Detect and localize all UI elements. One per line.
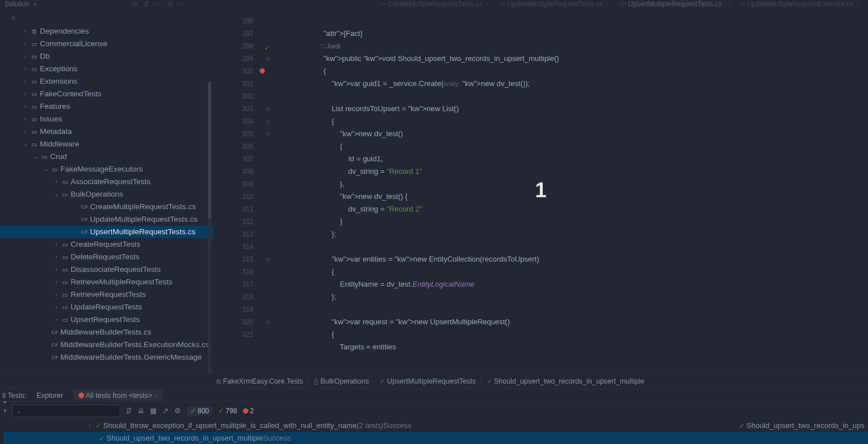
gear-icon[interactable]: ⚙ (167, 0, 174, 8)
chevron-icon[interactable]: › (52, 276, 60, 288)
tree-item[interactable]: ›▭Metadata (0, 125, 214, 138)
chevron-down-icon[interactable]: ▾ (34, 1, 36, 7)
settings-icon[interactable]: ⚙ (174, 406, 181, 415)
tree-item[interactable]: C#UpsertMultipleRequestTests.cs (0, 226, 214, 238)
tree-item[interactable]: C#MiddlewareBuilderTests.cs (0, 326, 214, 339)
breadcrumb-item[interactable]: ⧉ FakeXrmEasy.Core.Tests (216, 377, 303, 385)
editor-tab[interactable]: C#CreateMultipleRequestTests.cs× (376, 0, 493, 8)
test-search-input[interactable] (12, 405, 120, 417)
chevron-icon[interactable]: › (52, 263, 60, 276)
tree-item[interactable]: ›▭Issues (0, 113, 214, 125)
tree-item[interactable]: ›▭Extensions (0, 75, 214, 88)
test-row[interactable]: ✓Should_upsert_two_records_in_upsert_mul… (3, 432, 868, 444)
fold-marker[interactable] (265, 153, 272, 165)
code-line[interactable]: List recordsToUpsert = "kw">new List() (307, 103, 868, 115)
fold-marker[interactable]: ⊟ (265, 316, 272, 328)
fold-marker[interactable] (265, 27, 272, 40)
tree-item[interactable]: ›▭DeleteRequestTests (0, 251, 214, 263)
code-line[interactable]: }; (307, 228, 868, 241)
more-icon[interactable]: ⋯ (155, 0, 162, 8)
collapse-icon[interactable]: ⇵ (144, 0, 149, 8)
code-line[interactable]: { (307, 65, 868, 78)
fold-marker[interactable]: ⊟ (265, 128, 272, 140)
fold-marker[interactable] (265, 78, 272, 90)
dropdown-icon[interactable]: ▾ (3, 408, 6, 414)
breadcrumb-item[interactable]: {} BulkOperations (314, 377, 369, 385)
chevron-icon[interactable]: › (22, 125, 30, 138)
solution-tree[interactable]: ›⧉Dependencies›▭CommercialLicense›▭Db›▭E… (0, 25, 214, 364)
code-line[interactable]: Targets = entities (307, 341, 868, 353)
test-row[interactable]: ›✓Should_throw_exception_if_upsert_multi… (3, 419, 868, 432)
code-line[interactable]: Id = guid1, (307, 153, 868, 165)
code-line[interactable] (307, 241, 868, 253)
tests-failed-badge[interactable]: ⬢2 (243, 407, 254, 415)
expand-icon[interactable]: ⇵ (126, 406, 132, 415)
chevron-icon[interactable]: › (22, 63, 30, 75)
code-line[interactable]: { (307, 266, 868, 278)
fold-marker[interactable] (265, 178, 272, 190)
code-line[interactable] (307, 303, 868, 316)
fold-marker[interactable]: ⊟ (265, 52, 272, 65)
breakpoint-dot-icon[interactable] (260, 68, 265, 74)
fold-marker[interactable] (265, 203, 272, 215)
tab-explorer[interactable]: Explorer (32, 390, 68, 401)
chevron-icon[interactable]: ⌄ (52, 188, 60, 201)
chevron-icon[interactable]: › (52, 176, 60, 188)
code-editor[interactable]: 296297298✓299300301302303304305306307308… (214, 8, 868, 373)
code-line[interactable]: { (307, 115, 868, 128)
test-pass-icon[interactable]: ✓ (264, 42, 269, 54)
fold-marker[interactable]: ⊟ (265, 253, 272, 266)
chevron-icon[interactable]: › (89, 419, 96, 432)
chevron-icon[interactable]: › (52, 251, 60, 263)
code-area[interactable]: "attr">[Fact] ⸬ Jordi "kw">public "kw">v… (273, 8, 868, 373)
tree-item[interactable]: ›▭DisassociateRequestTests (0, 263, 214, 276)
code-line[interactable]: dv_string = "Record 1" (307, 165, 868, 178)
chevron-icon[interactable]: › (22, 38, 30, 50)
tree-item[interactable]: ›▭CommercialLicense (0, 38, 214, 50)
chevron-icon[interactable]: › (22, 88, 30, 100)
code-line[interactable]: "kw">public "kw">void Should_upsert_two_… (307, 52, 868, 65)
group-icon[interactable]: ▦ (150, 406, 157, 415)
chevron-icon[interactable]: ⌄ (42, 163, 50, 176)
editor-tab[interactable]: C#UpdateMultipleRequestTests.cs× (495, 0, 613, 8)
tree-item[interactable]: ›▭AssociateRequestTests (0, 176, 214, 188)
breadcrumb-item[interactable]: ✓ UpsertMultipleRequestTests (380, 377, 476, 385)
breadcrumb[interactable]: ⧉ FakeXrmEasy.Core.Tests›{} BulkOperatio… (0, 373, 868, 389)
code-line[interactable]: ⸬ Jordi (307, 40, 868, 52)
tests-passed-badge[interactable]: ✓800 (187, 406, 212, 416)
fold-marker[interactable] (265, 15, 272, 27)
chevron-icon[interactable]: ⌄ (22, 138, 30, 150)
scrollbar-thumb[interactable] (208, 82, 211, 219)
chevron-icon[interactable]: › (22, 75, 30, 88)
fold-marker[interactable] (265, 266, 272, 278)
tree-item[interactable]: ›▭RetrieveRequestTests (0, 288, 214, 301)
code-line[interactable]: "kw">new dv_test() { (307, 190, 868, 203)
tree-item[interactable]: C#CreateMultipleRequestTests.cs (0, 201, 214, 213)
solution-label[interactable]: Solution (5, 0, 29, 8)
chevron-icon[interactable]: › (52, 313, 60, 326)
fold-marker[interactable]: ⊟ (265, 115, 272, 128)
search-icon[interactable]: ⌕ (11, 13, 16, 21)
fold-marker[interactable] (265, 328, 272, 341)
tree-item[interactable]: C#UpdateMultipleRequestTests.cs (0, 213, 214, 226)
chevron-icon[interactable]: › (52, 238, 60, 251)
export-icon[interactable]: ↗ (162, 406, 169, 415)
fold-column[interactable]: ⊟⊟⊟⊟⊟⊟ (265, 8, 273, 373)
chevron-icon[interactable]: › (52, 288, 60, 301)
close-icon[interactable]: × (485, 1, 488, 7)
tree-item[interactable]: ⌄▭FakeMessageExecutors (0, 163, 214, 176)
chevron-icon[interactable]: ⌄ (32, 150, 40, 163)
close-icon[interactable]: × (855, 1, 859, 7)
mini-chevron-icon[interactable]: ▾ (3, 399, 6, 405)
chevron-icon[interactable]: › (52, 301, 60, 313)
tree-item[interactable]: ›▭UpsertRequestTests (0, 313, 214, 326)
fold-marker[interactable] (265, 291, 272, 303)
code-line[interactable]: dv_string = "Record 2" (307, 203, 868, 215)
fold-marker[interactable] (265, 241, 272, 253)
code-line[interactable]: EntityName = dv_test.EntityLogicalName (307, 278, 868, 291)
tree-item[interactable]: ›▭RetrieveMultipleRequestTests (0, 276, 214, 288)
code-line[interactable]: "kw">var entities = "kw">new EntityColle… (307, 253, 868, 266)
code-line[interactable] (307, 90, 868, 103)
fold-marker[interactable] (265, 65, 272, 78)
breadcrumb-item[interactable]: ✓ Should_upsert_two_records_in_upsert_mu… (487, 377, 645, 385)
